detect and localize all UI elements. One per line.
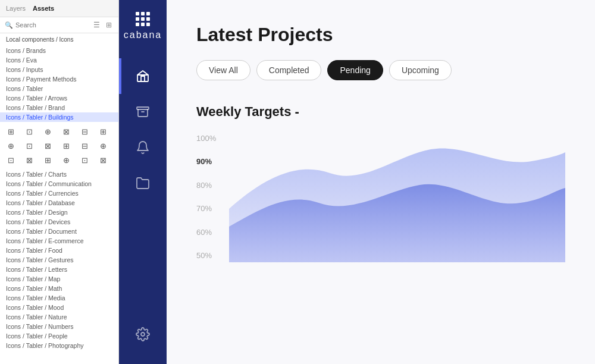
filter-completed[interactable]: Completed [256, 60, 322, 80]
sidebar-item-tabler[interactable]: Icons / Tabler [0, 84, 118, 93]
home-icon [136, 69, 150, 83]
logo-dot-1 [136, 12, 139, 15]
logo-dot-6 [146, 17, 150, 21]
sidebar-item-food[interactable]: Icons / Tabler / Food [0, 246, 118, 255]
folder-icon [136, 176, 150, 190]
svg-point-2 [141, 332, 145, 336]
nav-logo: cabana [124, 12, 162, 40]
sidebar-item-design[interactable]: Icons / Tabler / Design [0, 208, 118, 217]
icon-grid: ⊞ ⊡ ⊕ ⊠ ⊟ ⊞ ⊕ ⊡ ⊠ ⊞ ⊟ ⊕ ⊡ ⊠ ⊞ ⊕ ⊡ ⊠ [0, 122, 118, 170]
sidebar-item-mood[interactable]: Icons / Tabler / Mood [0, 303, 118, 312]
area-chart [229, 131, 565, 262]
search-input[interactable] [15, 21, 89, 29]
logo-dot-7 [136, 23, 139, 26]
icon-cell-9[interactable]: ⊠ [42, 140, 54, 152]
sidebar-item-arrows[interactable]: Icons / Tabler / Arrows [0, 93, 118, 103]
y-label-90: 90% [196, 158, 216, 165]
icon-cell-5[interactable]: ⊟ [79, 125, 91, 137]
icon-cell-13[interactable]: ⊡ [5, 154, 17, 166]
sidebar-item-photography[interactable]: Icons / Tabler / Photography [0, 341, 118, 350]
icon-cell-2[interactable]: ⊡ [23, 125, 35, 137]
sidebar-item-buildings[interactable]: Icons / Tabler / Buildings [0, 112, 118, 122]
grid-view-icon[interactable]: ⊞ [104, 20, 114, 30]
y-label-100: 100% [196, 134, 216, 142]
nav-item-settings[interactable] [119, 316, 167, 352]
sidebar-content: Icons / Brands Icons / Eva Icons / Input… [0, 46, 118, 364]
chart-svg-container [229, 131, 565, 262]
search-icon: 🔍 [5, 21, 13, 29]
sidebar-search-bar: 🔍 ☰ ⊞ [0, 17, 118, 33]
icon-cell-17[interactable]: ⊡ [79, 154, 91, 166]
sidebar-item-eva[interactable]: Icons / Eva [0, 55, 118, 65]
nav-item-home[interactable] [119, 58, 167, 94]
sidebar-item-brands[interactable]: Icons / Brands [0, 46, 118, 55]
logo-dot-2 [141, 12, 145, 15]
sidebar-item-brand[interactable]: Icons / Tabler / Brand [0, 103, 118, 112]
icon-cell-10[interactable]: ⊞ [60, 140, 72, 152]
icon-cell-3[interactable]: ⊕ [42, 125, 54, 137]
icon-cell-14[interactable]: ⊠ [23, 154, 35, 166]
y-label-50: 50% [196, 252, 216, 259]
logo-dot-9 [146, 23, 150, 26]
filter-pending[interactable]: Pending [327, 60, 383, 80]
sidebar-item-math[interactable]: Icons / Tabler / Math [0, 284, 118, 293]
sidebar-item-document[interactable]: Icons / Tabler / Document [0, 227, 118, 236]
filter-upcoming[interactable]: Upcoming [389, 60, 452, 80]
sidebar-action-buttons: ☰ ⊞ [92, 20, 114, 30]
section-title: Local components / Icons [0, 33, 118, 46]
sidebar-item-database[interactable]: Icons / Tabler / Database [0, 198, 118, 208]
filter-view-all[interactable]: View All [196, 60, 250, 80]
y-label-80: 80% [196, 181, 216, 189]
sidebar-item-devices[interactable]: Icons / Tabler / Devices [0, 217, 118, 227]
icon-cell-11[interactable]: ⊟ [79, 140, 91, 152]
logo-dot-4 [136, 17, 139, 21]
sidebar-item-charts[interactable]: Icons / Tabler / Charts [0, 170, 118, 179]
sidebar-item-communication[interactable]: Icons / Tabler / Communication [0, 179, 118, 189]
sidebar-item-ecommerce[interactable]: Icons / Tabler / E-commerce [0, 236, 118, 246]
sidebar-item-payment[interactable]: Icons / Payment Methods [0, 74, 118, 84]
sidebar-header: Layers Assets [0, 0, 118, 17]
chart-y-axis: 100% 90% 80% 70% 60% 50% [196, 131, 216, 262]
weekly-targets-title: Weekly Targets - [196, 104, 565, 120]
sidebar-item-numbers[interactable]: Icons / Tabler / Numbers [0, 322, 118, 331]
sidebar-item-people[interactable]: Icons / Tabler / People [0, 331, 118, 341]
list-view-icon[interactable]: ☰ [92, 20, 102, 30]
main-content: Latest Projects View All Completed Pendi… [167, 0, 595, 364]
settings-icon [136, 327, 150, 341]
logo-dot-8 [141, 23, 145, 26]
svg-rect-1 [137, 107, 149, 109]
assets-tab[interactable]: Assets [33, 4, 54, 13]
icon-cell-4[interactable]: ⊠ [60, 125, 72, 137]
icon-cell-12[interactable]: ⊕ [98, 140, 109, 152]
nav-item-files[interactable] [119, 165, 167, 201]
logo-text: cabana [124, 30, 162, 40]
logo-dot-5 [141, 17, 145, 21]
logo-dots [136, 12, 150, 26]
y-label-60: 60% [196, 228, 216, 236]
nav-item-archive[interactable] [119, 94, 167, 130]
icon-cell-6[interactable]: ⊞ [98, 125, 109, 137]
chart-area: 100% 90% 80% 70% 60% 50% [196, 131, 565, 262]
icon-cell-15[interactable]: ⊞ [42, 154, 54, 166]
icon-cell-7[interactable]: ⊕ [5, 140, 17, 152]
bell-icon [136, 140, 150, 155]
nav-item-notifications[interactable] [119, 130, 167, 165]
page-title: Latest Projects [196, 24, 565, 46]
nav-sidebar: cabana [119, 0, 167, 364]
icon-cell-18[interactable]: ⊠ [98, 154, 109, 166]
icon-cell-8[interactable]: ⊡ [23, 140, 35, 152]
sidebar-tabs: Layers Assets [6, 4, 54, 13]
icon-cell-1[interactable]: ⊞ [5, 125, 17, 137]
logo-dot-3 [146, 12, 150, 15]
sidebar-item-gestures[interactable]: Icons / Tabler / Gestures [0, 255, 118, 265]
icon-cell-16[interactable]: ⊕ [60, 154, 72, 166]
y-label-70: 70% [196, 205, 216, 212]
sidebar-item-nature[interactable]: Icons / Tabler / Nature [0, 312, 118, 322]
sidebar-item-media[interactable]: Icons / Tabler / Media [0, 293, 118, 303]
layers-tab[interactable]: Layers [6, 4, 26, 13]
sidebar-item-inputs[interactable]: Icons / Inputs [0, 65, 118, 74]
sidebar-item-letters[interactable]: Icons / Tabler / Letters [0, 265, 118, 274]
sidebar-item-currencies[interactable]: Icons / Tabler / Currencies [0, 189, 118, 198]
figma-sidebar: Layers Assets 🔍 ☰ ⊞ Local components / I… [0, 0, 119, 364]
sidebar-item-map[interactable]: Icons / Tabler / Map [0, 274, 118, 284]
